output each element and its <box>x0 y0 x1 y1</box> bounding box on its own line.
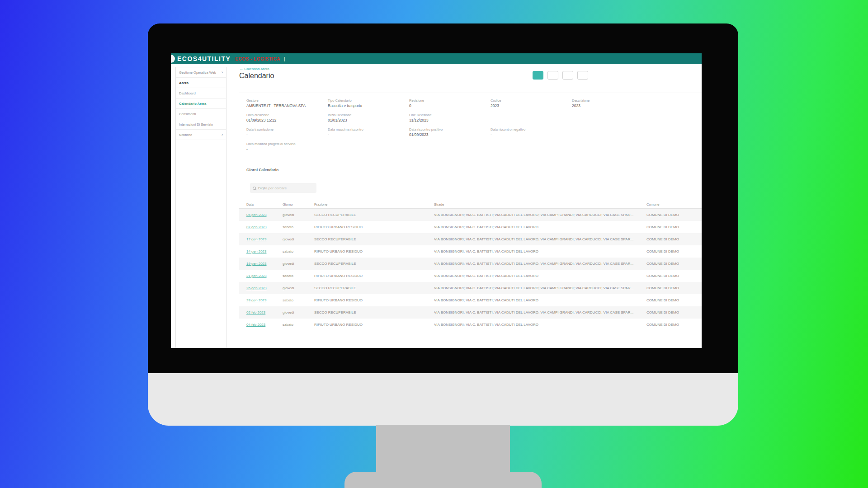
date-link[interactable]: 07 gen 2023 <box>246 225 267 229</box>
comune-cell: COMUNE DI DEMO <box>646 286 702 290</box>
sidebar-item-label: Gestione Operativa Web <box>179 67 216 78</box>
back-arrow-icon: ← <box>240 67 243 71</box>
detail-field: Data modifica progetti di servizio - <box>246 142 328 151</box>
date-link[interactable]: 14 gen 2023 <box>246 249 267 253</box>
table-column-header: Giorno <box>283 202 314 206</box>
detail-field: Revisione 0 <box>409 99 491 108</box>
giorni-calendario-section: Giorni Calendario DataGiornoFrazioneStra… <box>239 168 702 331</box>
date-cell: 07 gen 2023 <box>246 225 283 229</box>
sidebar-item-label: Notifiche <box>179 130 192 140</box>
sidebar-item-label: Censimenti <box>179 109 196 119</box>
monitor-stand-base <box>344 472 542 488</box>
search-input[interactable] <box>258 186 312 190</box>
table-row: 28 gen 2023 sabato RIFIUTO URBANO RESIDU… <box>239 294 702 306</box>
detail-field: Data riscontro positivo 01/09/2023 <box>409 127 491 137</box>
date-cell: 19 gen 2023 <box>246 262 283 266</box>
comune-cell: COMUNE DI DEMO <box>646 225 702 229</box>
table-header: DataGiornoFrazioneStradeComune <box>239 200 702 209</box>
field-value: - <box>246 132 328 137</box>
date-cell: 12 gen 2023 <box>246 237 283 241</box>
detail-field: Fine Revisione 31/12/2023 <box>409 113 491 122</box>
date-link[interactable]: 02 feb 2023 <box>246 310 265 314</box>
giorno-cell: giovedì <box>283 213 314 217</box>
breadcrumb[interactable]: ← Calendari Arera <box>240 67 702 72</box>
comune-cell: COMUNE DI DEMO <box>646 237 702 241</box>
date-cell: 04 feb 2023 <box>246 323 283 327</box>
detail-field: Gestore AMBIENTE.IT - TERRANOVA SPA <box>246 99 328 108</box>
field-value: Raccolta e trasporto <box>328 103 409 108</box>
comune-cell: COMUNE DI DEMO <box>646 274 702 278</box>
field-label: Descrizione <box>572 99 653 103</box>
date-cell: 21 gen 2023 <box>246 274 283 278</box>
table-body: 05 gen 2023 giovedì SECCO RECUPERABILE V… <box>239 209 702 331</box>
date-link[interactable]: 12 gen 2023 <box>246 237 267 241</box>
comune-cell: COMUNE DI DEMO <box>646 323 702 327</box>
strade-cell: VIA BONSIGNORI; VIA C. BATTISTI; VIA CAD… <box>434 274 646 278</box>
main-content: ← Calendari Arera Calendario Gestore AMB… <box>239 67 702 348</box>
field-label: Codice <box>491 99 572 103</box>
chevron-right-icon: › <box>222 130 223 140</box>
date-link[interactable]: 05 gen 2023 <box>246 213 267 217</box>
date-link[interactable]: 28 gen 2023 <box>246 298 267 302</box>
sidebar-item[interactable]: Interruzioni Di Servizio <box>176 119 226 130</box>
detail-field: Tipo Calendario Raccolta e trasporto <box>328 99 409 108</box>
calendar-action-button[interactable] <box>577 71 588 80</box>
calendar-details: Gestore AMBIENTE.IT - TERRANOVA SPA Tipo… <box>239 93 702 151</box>
detail-field: Data creazione 01/09/2023 15:12 <box>246 113 328 122</box>
date-cell: 05 gen 2023 <box>246 213 283 217</box>
table-row: 05 gen 2023 giovedì SECCO RECUPERABILE V… <box>239 209 702 221</box>
comune-cell: COMUNE DI DEMO <box>646 298 702 302</box>
sidebar-item[interactable]: Censimenti <box>176 109 226 119</box>
date-cell: 26 gen 2023 <box>246 286 283 290</box>
field-label: Fine Revisione <box>409 113 491 117</box>
sidebar-item[interactable]: Calendario Arera <box>176 99 226 109</box>
giorno-cell: sabato <box>283 249 314 253</box>
brand-divider: | <box>284 56 285 61</box>
field-value: 2023 <box>572 103 653 108</box>
detail-field: Data trasmissione - <box>246 127 328 137</box>
brand-suffix: ECOS - LOGISTICA <box>235 56 280 61</box>
sidebar-item[interactable]: Notifiche › <box>176 130 226 140</box>
search-icon <box>253 187 256 190</box>
table-row: 07 gen 2023 sabato RIFIUTO URBANO RESIDU… <box>239 221 702 233</box>
detail-field: Inizio Revisione 01/01/2023 <box>328 113 409 122</box>
frazione-cell: RIFIUTO URBANO RESIDUO <box>314 274 434 278</box>
table-row: 14 gen 2023 sabato RIFIUTO URBANO RESIDU… <box>239 245 702 258</box>
strade-cell: VIA BONSIGNORI; VIA C. BATTISTI; VIA CAD… <box>434 262 646 266</box>
frazione-cell: RIFIUTO URBANO RESIDUO <box>314 225 434 229</box>
field-value: AMBIENTE.IT - TERRANOVA SPA <box>246 103 328 108</box>
sidebar-item-label: Dashboard <box>179 88 196 99</box>
field-label: Inizio Revisione <box>328 113 409 117</box>
strade-cell: VIA BONSIGNORI; VIA C. BATTISTI; VIA CAD… <box>434 213 646 217</box>
date-link[interactable]: 19 gen 2023 <box>246 262 267 266</box>
field-label: Data creazione <box>246 113 328 117</box>
calendar-action-button[interactable] <box>562 71 573 80</box>
giorno-cell: giovedì <box>283 262 314 266</box>
sidebar-item-label: Arera <box>179 78 189 88</box>
field-label: Data massima riscontro <box>328 127 409 131</box>
table-column-header: Strade <box>434 202 646 206</box>
details-row-3: Data trasmissione - Data massima riscont… <box>246 127 702 137</box>
comune-cell: COMUNE DI DEMO <box>646 249 702 253</box>
calendar-action-button[interactable] <box>547 71 558 80</box>
giorno-cell: sabato <box>283 298 314 302</box>
field-value: - <box>491 132 572 137</box>
sidebar-item[interactable]: Gestione Operativa Web › <box>176 67 226 78</box>
table-column-header: Data <box>246 202 283 206</box>
giorno-cell: giovedì <box>283 237 314 241</box>
strade-cell: VIA BONSIGNORI; VIA C. BATTISTI; VIA CAD… <box>434 298 646 302</box>
field-label: Data modifica progetti di servizio <box>246 142 328 146</box>
frazione-cell: RIFIUTO URBANO RESIDUO <box>314 298 434 302</box>
brand-logo-icon <box>171 55 175 63</box>
calendar-action-button[interactable] <box>533 71 543 80</box>
search-box <box>250 183 316 193</box>
date-link[interactable]: 21 gen 2023 <box>246 274 267 278</box>
table-column-header: Frazione <box>314 202 434 206</box>
details-row-2: Data creazione 01/09/2023 15:12 Inizio R… <box>246 113 702 122</box>
frazione-cell: SECCO RECUPERABILE <box>314 286 434 290</box>
date-link[interactable]: 04 feb 2023 <box>246 323 265 327</box>
sidebar-item[interactable]: Dashboard <box>176 88 226 99</box>
monitor-chin <box>148 373 738 426</box>
sidebar-item[interactable]: Arera <box>176 78 226 88</box>
date-link[interactable]: 26 gen 2023 <box>246 286 267 290</box>
